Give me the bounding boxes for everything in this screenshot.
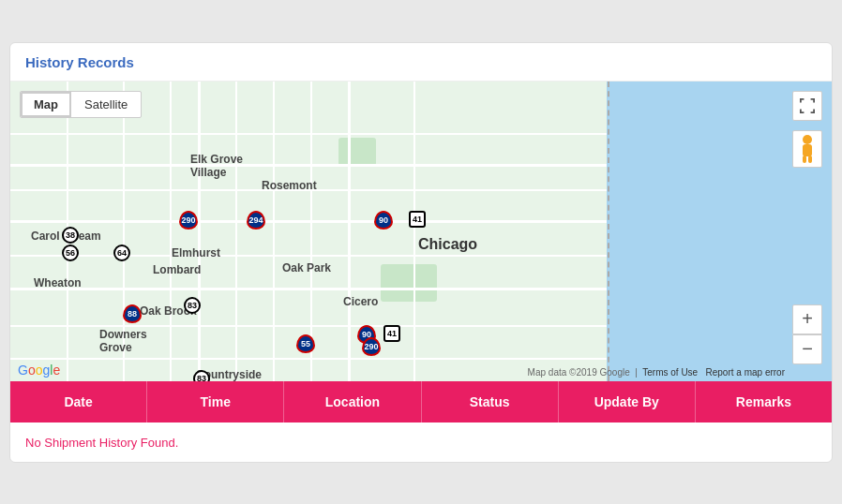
- map-background: Chicago Oak Park Cicero Wheaton Carol St…: [10, 82, 832, 381]
- map-road: [10, 255, 607, 257]
- no-data-message: No Shipment History Found.: [25, 436, 178, 450]
- map-data-text: Map data ©2019 Google: [528, 367, 630, 378]
- map-label-naperville: Naperville: [27, 379, 81, 381]
- google-logo: Google: [18, 363, 60, 378]
- svg-rect-3: [808, 156, 812, 163]
- map-label-oakpark: Oak Park: [282, 261, 331, 274]
- card-title: History Records: [25, 54, 134, 70]
- zoom-out-button[interactable]: −: [792, 334, 822, 364]
- header-location: Location: [284, 381, 421, 422]
- terms-link[interactable]: Terms of Use: [642, 367, 698, 378]
- map-label-lombard: Lombard: [153, 263, 201, 276]
- map-boundary: [608, 82, 609, 381]
- header-updateby: Update By: [559, 381, 696, 422]
- map-label-rosemont: Rosemont: [262, 179, 317, 192]
- pegman-button[interactable]: [792, 130, 822, 168]
- fullscreen-button[interactable]: [792, 91, 822, 121]
- map-road: [170, 82, 172, 381]
- shield-290b: 290: [362, 337, 381, 356]
- shield-55: 55: [296, 334, 315, 353]
- satellite-button[interactable]: Satellite: [71, 92, 141, 117]
- header-remarks: Remarks: [696, 381, 832, 422]
- map-attribution: Map data ©2019 Google | Terms of Use Rep…: [528, 367, 785, 378]
- header-time: Time: [147, 381, 284, 422]
- map-type-toggle[interactable]: Map Satellite: [20, 91, 142, 118]
- header-status: Status: [422, 381, 559, 422]
- map-label-chicago: Chicago: [418, 236, 477, 253]
- shield-90: 90: [374, 211, 393, 230]
- map-road: [10, 358, 607, 360]
- map-label-cicero: Cicero: [343, 295, 378, 308]
- shield-41b: 41: [383, 325, 400, 342]
- table-body: No Shipment History Found.: [10, 422, 832, 462]
- map-label-downersgrove: DownersGrove: [99, 328, 147, 354]
- card-header: History Records: [10, 43, 832, 82]
- map-container: Chicago Oak Park Cicero Wheaton Carol St…: [10, 82, 832, 381]
- map-road: [235, 82, 237, 381]
- svg-rect-1: [803, 144, 812, 156]
- map-park: [381, 264, 437, 302]
- svg-point-0: [803, 135, 812, 144]
- report-link[interactable]: Report a map error: [706, 367, 785, 378]
- map-button[interactable]: Map: [21, 92, 71, 117]
- shield-64: 64: [113, 245, 130, 261]
- map-road: [413, 82, 415, 381]
- map-road: [10, 288, 607, 290]
- shield-41: 41: [409, 211, 426, 228]
- map-park: [338, 138, 376, 166]
- svg-rect-2: [803, 156, 806, 163]
- shield-38: 38: [62, 227, 79, 244]
- map-road: [10, 325, 607, 327]
- map-label-elmhurst: Elmhurst: [172, 246, 220, 259]
- zoom-in-button[interactable]: +: [792, 304, 822, 334]
- map-road: [10, 220, 607, 223]
- table-header: Date Time Location Status Update By Rema…: [10, 381, 832, 422]
- map-label-wheaton: Wheaton: [34, 276, 82, 289]
- map-road: [348, 82, 351, 381]
- map-road: [10, 164, 607, 167]
- map-road: [198, 82, 201, 381]
- shield-56: 56: [62, 245, 79, 261]
- main-card: History Records: [9, 42, 833, 463]
- map-label-elkgrove: Elk GroveVillage: [190, 153, 243, 179]
- shield-290: 290: [179, 211, 198, 230]
- shield-83: 83: [184, 297, 201, 314]
- shield-88: 88: [123, 304, 142, 323]
- map-road: [273, 82, 275, 381]
- map-road: [10, 133, 607, 135]
- header-date: Date: [10, 381, 147, 422]
- shield-294: 294: [247, 211, 265, 230]
